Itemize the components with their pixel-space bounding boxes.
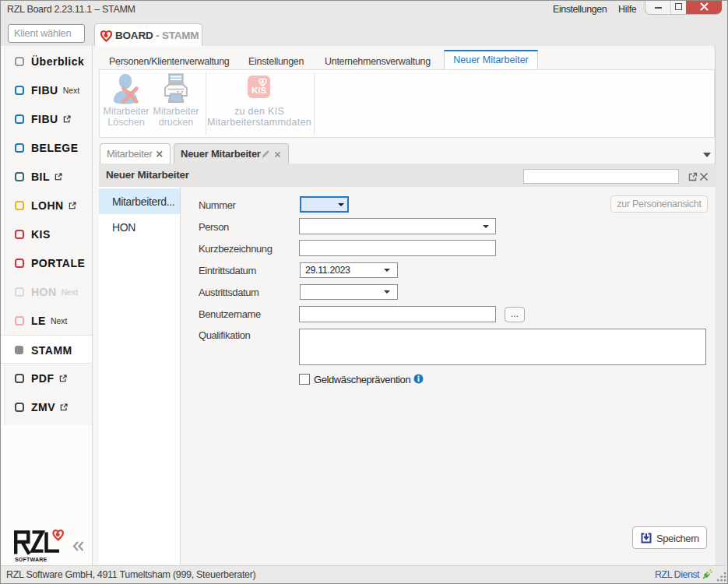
svg-text:SOFTWARE: SOFTWARE: [15, 557, 47, 562]
